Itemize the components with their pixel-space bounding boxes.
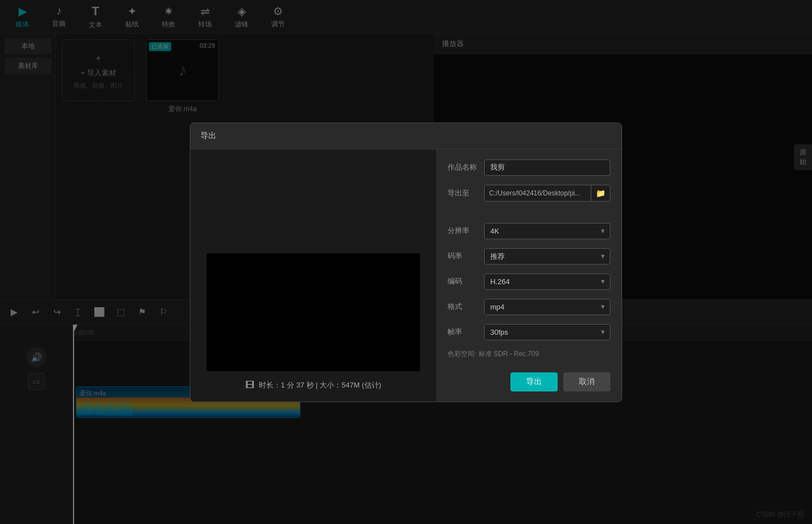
encoding-select-wrap: H.264 H.265 VP9 ▼ xyxy=(484,274,610,290)
resolution-row: 分辨率 4K 1080p 720p 480p ▼ xyxy=(448,223,610,239)
export-header: 导出 xyxy=(190,123,622,149)
resolution-select-wrap: 4K 1080p 720p 480p ▼ xyxy=(484,223,610,239)
export-title: 导出 xyxy=(200,131,216,140)
export-info-text: 时长：1 分 37 秒 | 大小：547M (估计) xyxy=(259,380,381,390)
framerate-label: 帧率 xyxy=(448,327,478,337)
bitrate-label: 码率 xyxy=(448,251,478,261)
color-space-text: 色彩空间: 标准 SDR - Rec.709 xyxy=(448,350,539,358)
export-settings: 作品名称 导出至 C:/Users/l042416/Desktop/pi... … xyxy=(436,149,622,402)
export-path-wrap: C:/Users/l042416/Desktop/pi... 📁 xyxy=(484,185,610,202)
export-confirm-btn[interactable]: 导出 xyxy=(510,372,558,391)
export-path-row: 导出至 C:/Users/l042416/Desktop/pi... 📁 xyxy=(448,185,610,202)
project-name-label: 作品名称 xyxy=(448,162,478,172)
bitrate-row: 码率 推荐 低 中 高 ▼ xyxy=(448,248,610,265)
encoding-row: 编码 H.264 H.265 VP9 ▼ xyxy=(448,274,610,290)
resolution-label: 分辨率 xyxy=(448,226,478,236)
export-preview: 🎞 时长：1 分 37 秒 | 大小：547M (估计) xyxy=(190,149,436,402)
project-name-row: 作品名称 xyxy=(448,160,610,176)
resolution-select[interactable]: 4K 1080p 720p 480p xyxy=(484,223,610,239)
export-cancel-btn[interactable]: 取消 xyxy=(563,372,610,391)
film-icon: 🎞 xyxy=(245,380,254,390)
folder-browse-btn[interactable]: 📁 xyxy=(591,185,610,201)
encoding-label: 编码 xyxy=(448,276,478,286)
project-name-input[interactable] xyxy=(484,160,610,176)
export-footer: 导出 取消 xyxy=(448,368,610,391)
format-select-wrap: mp4 mov avi mkv ▼ xyxy=(484,299,610,315)
bitrate-select-wrap: 推荐 低 中 高 ▼ xyxy=(484,248,610,265)
color-space-row: 色彩空间: 标准 SDR - Rec.709 xyxy=(448,349,610,359)
framerate-select[interactable]: 24fps 25fps 30fps 60fps xyxy=(484,324,610,340)
framerate-row: 帧率 24fps 25fps 30fps 60fps ▼ xyxy=(448,324,610,340)
export-overlay: 导出 🎞 时长：1 分 37 秒 | 大小：547M (估计) 作品名称 xyxy=(0,0,812,524)
framerate-select-wrap: 24fps 25fps 30fps 60fps ▼ xyxy=(484,324,610,340)
export-to-label: 导出至 xyxy=(448,188,478,198)
export-dialog: 导出 🎞 时长：1 分 37 秒 | 大小：547M (估计) 作品名称 xyxy=(190,122,622,402)
format-label: 格式 xyxy=(448,302,478,312)
export-video-preview xyxy=(207,253,420,371)
encoding-select[interactable]: H.264 H.265 VP9 xyxy=(484,274,610,290)
export-path-text: C:/Users/l042416/Desktop/pi... xyxy=(485,186,591,201)
format-row: 格式 mp4 mov avi mkv ▼ xyxy=(448,299,610,315)
export-info: 🎞 时长：1 分 37 秒 | 大小：547M (估计) xyxy=(245,380,381,390)
export-body: 🎞 时长：1 分 37 秒 | 大小：547M (估计) 作品名称 导出至 C:… xyxy=(190,149,622,402)
format-select[interactable]: mp4 mov avi mkv xyxy=(484,299,610,315)
bitrate-select[interactable]: 推荐 低 中 高 xyxy=(484,248,610,265)
